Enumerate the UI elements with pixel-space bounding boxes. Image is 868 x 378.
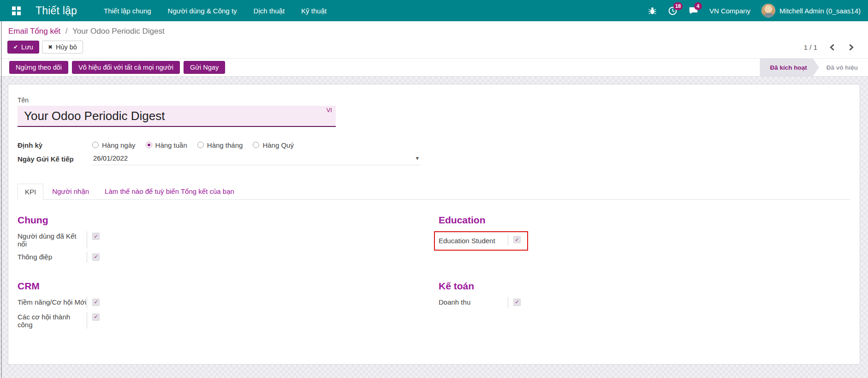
pager: 1 / 1	[804, 43, 861, 51]
odoo-settings-page: Thiết lập Thiết lập chung Người dùng & C…	[0, 0, 868, 378]
pager-counter: 1 / 1	[804, 43, 817, 51]
check-icon: ✔	[13, 44, 18, 50]
name-field-label: Tên	[18, 96, 850, 104]
save-button-label: Lưu	[21, 43, 33, 51]
nav-menu-general-settings[interactable]: Thiết lập chung	[104, 7, 151, 15]
group-general-title: Chung	[18, 215, 429, 226]
tab-how-to-customize[interactable]: Làm thế nào để tuỳ biến Tổng kết của bạn	[98, 184, 241, 199]
periodicity-row: Định kỳ Hàng ngày Hàng tuần Hàng thán	[18, 139, 850, 151]
radio-weekly[interactable]: Hàng tuần	[146, 141, 187, 149]
nav-menu-users-companies[interactable]: Người dùng & Công ty	[168, 7, 237, 15]
debug-bug-icon[interactable]	[648, 6, 657, 15]
unfollow-button[interactable]: Ngừng theo dõi	[9, 61, 68, 74]
top-navbar: Thiết lập Thiết lập chung Người dùng & C…	[0, 0, 868, 21]
tab-kpi[interactable]: KPI	[18, 184, 43, 200]
status-activated[interactable]: Đã kích hoạt	[760, 59, 819, 76]
user-menu[interactable]: Mitchell Admin (0_saas14)	[761, 4, 861, 18]
periodicity-label: Định kỳ	[18, 141, 92, 149]
radio-monthly-label: Hàng tháng	[207, 141, 243, 149]
kpi-groups-grid: Chung Người dùng đã Kết nối ✓ Thông điệp	[18, 215, 850, 332]
control-panel: Email Tổng kết / Your Odoo Periodic Dige…	[0, 21, 868, 58]
name-input[interactable]: Your Odoo Periodic Digest VI	[18, 106, 336, 127]
tab-kpi-content: Chung Người dùng đã Kết nối ✓ Thông điệp	[18, 200, 850, 332]
messages-label: Thông điệp	[18, 252, 87, 263]
navbar-right: 18 4 VN Company Mitchell Admin (0_saas14…	[648, 4, 861, 18]
nav-menu-translations[interactable]: Dịch thuật	[254, 7, 285, 15]
user-avatar	[761, 4, 775, 18]
next-send-date-input[interactable]: 26/01/2022 ▾	[92, 153, 421, 165]
radio-daily[interactable]: Hàng ngày	[92, 141, 136, 149]
content-area: Tên Your Odoo Periodic Digest VI Định kỳ…	[0, 77, 868, 378]
revenue-label: Doanh thu	[439, 297, 508, 308]
radio-daily-circle	[92, 142, 99, 148]
opportunities-won-checkbox[interactable]: ✓	[92, 313, 100, 321]
group-accounting-title: Kế toán	[439, 281, 850, 292]
breadcrumb-separator: /	[65, 27, 68, 36]
status-widget: Đã kích hoạt Đã vô hiệu	[760, 59, 868, 76]
notebook: KPI Người nhận Làm thế nào để tuỳ biến T…	[18, 184, 850, 332]
translation-lang-badge[interactable]: VI	[327, 107, 332, 114]
group-accounting: Kế toán Doanh thu ✓	[439, 281, 850, 333]
new-leads-label: Tiềm năng/Cơ hội Mới	[18, 297, 87, 308]
discard-button-label: Hủy bỏ	[56, 43, 77, 51]
group-education: Education Education Student ✓	[439, 215, 850, 267]
discard-button[interactable]: ✖ Hủy bỏ	[42, 41, 83, 54]
next-send-date-value: 26/01/2022	[93, 154, 128, 162]
messages-checkbox[interactable]: ✓	[92, 253, 100, 261]
group-item-revenue: Doanh thu ✓	[439, 297, 850, 308]
form-sheet: Tên Your Odoo Periodic Digest VI Định kỳ…	[8, 84, 860, 365]
breadcrumb-current: Your Odoo Periodic Digest	[72, 27, 165, 36]
group-item-new-leads: Tiềm năng/Cơ hội Mới ✓	[18, 297, 429, 308]
group-item-connected-users: Người dùng đã Kết nối ✓	[18, 231, 429, 248]
messages-badge: 4	[694, 2, 702, 10]
company-switcher[interactable]: VN Company	[709, 7, 750, 15]
group-crm: CRM Tiềm năng/Cơ hội Mới ✓ Các cơ hội th…	[18, 281, 429, 333]
window-left-edge	[1, 21, 2, 378]
group-education-title: Education	[439, 215, 850, 226]
new-leads-checkbox[interactable]: ✓	[92, 299, 100, 306]
radio-daily-label: Hàng ngày	[102, 141, 136, 149]
save-button[interactable]: ✔ Lưu	[7, 41, 39, 54]
action-buttons: Ngừng theo dõi Vô hiệu đối với tất cả mọ…	[9, 61, 225, 74]
pager-previous-icon[interactable]	[829, 44, 835, 51]
highlight-box: Education Student ✓	[434, 231, 528, 251]
group-item-messages: Thông điệp ✓	[18, 252, 429, 263]
connected-users-checkbox[interactable]: ✓	[92, 233, 100, 240]
x-icon: ✖	[48, 44, 53, 50]
deactivate-for-everyone-button[interactable]: Vô hiệu đối với tất cả mọi người	[72, 61, 180, 74]
opportunities-won-label: Các cơ hội thành công	[18, 312, 87, 329]
next-send-date-label: Ngày Gửi Kế tiếp	[18, 155, 92, 163]
field-rows: Định kỳ Hàng ngày Hàng tuần Hàng thán	[18, 139, 850, 165]
control-panel-buttons-row: ✔ Lưu ✖ Hủy bỏ 1 / 1	[7, 41, 861, 54]
radio-monthly[interactable]: Hàng tháng	[197, 141, 243, 149]
date-dropdown-caret-icon[interactable]: ▾	[416, 155, 419, 162]
next-send-date-row: Ngày Gửi Kế tiếp 26/01/2022 ▾	[18, 153, 850, 165]
group-general: Chung Người dùng đã Kết nối ✓ Thông điệp	[18, 215, 429, 267]
radio-monthly-circle	[197, 142, 204, 148]
pager-next-icon[interactable]	[848, 44, 854, 51]
name-input-value: Your Odoo Periodic Digest	[24, 109, 165, 123]
status-deactivated[interactable]: Đã vô hiệu	[819, 59, 868, 76]
send-now-button[interactable]: Gửi Ngay	[184, 61, 225, 74]
apps-menu-icon[interactable]	[12, 6, 21, 15]
radio-weekly-circle	[146, 142, 152, 148]
navbar-menus: Thiết lập chung Người dùng & Công ty Dịc…	[104, 7, 327, 15]
radio-quarterly-label: Hàng Quý	[262, 141, 294, 149]
group-item-opportunities-won: Các cơ hội thành công ✓	[18, 312, 429, 329]
nav-menu-technical[interactable]: Kỹ thuật	[301, 7, 327, 15]
breadcrumb-parent-link[interactable]: Email Tổng kết	[8, 27, 60, 36]
breadcrumb: Email Tổng kết / Your Odoo Periodic Dige…	[8, 27, 861, 36]
radio-quarterly-circle	[253, 142, 259, 148]
tab-recipients[interactable]: Người nhận	[45, 184, 96, 199]
education-student-checkbox[interactable]: ✓	[513, 236, 521, 243]
user-name: Mitchell Admin (0_saas14)	[779, 7, 861, 15]
connected-users-label: Người dùng đã Kết nối	[18, 231, 87, 248]
app-title: Thiết lập	[36, 5, 77, 17]
radio-weekly-label: Hàng tuần	[155, 141, 187, 149]
activity-clock-icon[interactable]: 18	[668, 6, 678, 16]
radio-quarterly[interactable]: Hàng Quý	[253, 141, 294, 149]
revenue-checkbox[interactable]: ✓	[513, 299, 521, 306]
group-item-education-student: Education Student ✓	[439, 234, 521, 246]
messages-chat-icon[interactable]: 4	[689, 6, 698, 16]
education-student-label: Education Student	[439, 234, 508, 246]
